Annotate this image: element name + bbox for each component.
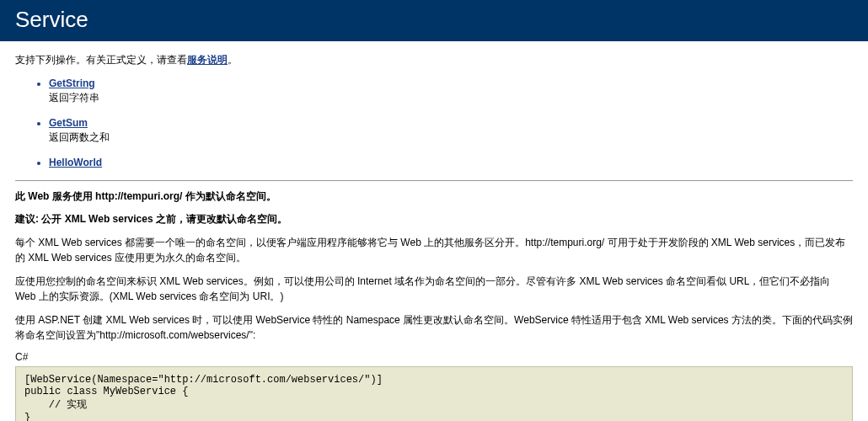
intro-prefix: 支持下列操作。有关正式定义，请查看	[15, 54, 187, 66]
operation-link-getstring[interactable]: GetString	[49, 77, 95, 89]
service-description-link[interactable]: 服务说明	[187, 54, 228, 66]
intro-line: 支持下列操作。有关正式定义，请查看服务说明。	[15, 53, 853, 67]
page-title: Service	[15, 7, 853, 33]
operation-desc: 返回字符串	[49, 91, 853, 105]
list-item: GetSum 返回两数之和	[49, 117, 853, 145]
page-header: Service	[0, 0, 868, 41]
intro-suffix: 。	[228, 54, 238, 66]
code-label-csharp: C#	[15, 351, 853, 363]
operations-list: GetString 返回字符串 GetSum 返回两数之和 HelloWorld	[49, 77, 853, 168]
paragraph: 使用 ASP.NET 创建 XML Web services 时，可以使用 We…	[15, 312, 853, 343]
notice-recommend: 建议: 公开 XML Web services 之前，请更改默认命名空间。	[15, 212, 853, 226]
page-content: 支持下列操作。有关正式定义，请查看服务说明。 GetString 返回字符串 G…	[0, 41, 868, 421]
code-block-csharp: [WebService(Namespace="http://microsoft.…	[15, 366, 853, 421]
list-item: GetString 返回字符串	[49, 77, 853, 105]
operation-desc: 返回两数之和	[49, 131, 853, 145]
list-item: HelloWorld	[49, 157, 853, 168]
paragraph: 每个 XML Web services 都需要一个唯一的命名空间，以便客户端应用…	[15, 235, 853, 265]
divider	[15, 180, 853, 181]
notice-namespace: 此 Web 服务使用 http://tempuri.org/ 作为默认命名空间。	[15, 189, 853, 204]
operation-link-getsum[interactable]: GetSum	[49, 117, 88, 129]
operation-link-helloworld[interactable]: HelloWorld	[49, 157, 102, 168]
paragraph: 应使用您控制的命名空间来标识 XML Web services。例如，可以使用公…	[15, 274, 853, 304]
